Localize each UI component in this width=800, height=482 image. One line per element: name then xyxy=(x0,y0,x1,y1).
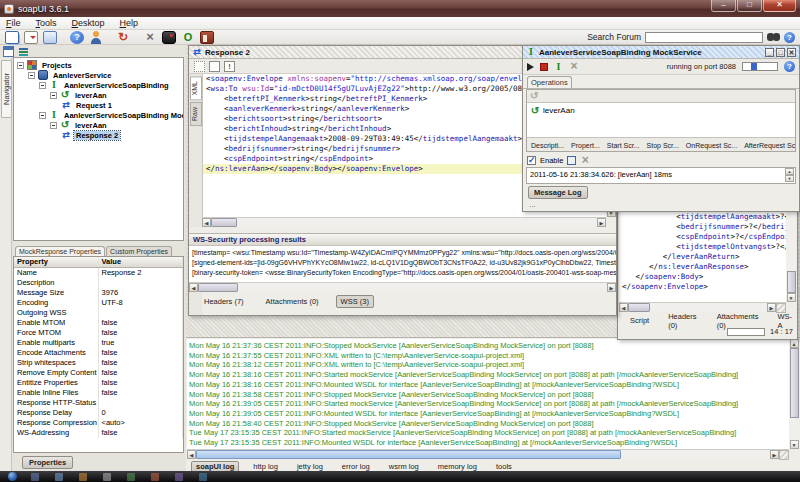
property-row[interactable]: Response Delay0 xyxy=(14,408,183,418)
property-row[interactable]: NameResponse 2 xyxy=(14,268,183,278)
taskbar-icon[interactable] xyxy=(199,473,207,481)
recreate-response-icon[interactable] xyxy=(194,61,205,72)
menu-desktop[interactable]: Desktop xyxy=(72,18,105,28)
options-icon[interactable]: × xyxy=(569,62,579,72)
save-all-icon[interactable] xyxy=(43,31,57,44)
tree-item-aanleverservicesoapbinding[interactable]: AanleverServiceSoapBinding xyxy=(14,80,183,90)
maximize-button[interactable]: □ xyxy=(737,0,762,12)
scroll-down-icon[interactable]: ▼ xyxy=(787,293,796,302)
log-options-icon[interactable]: × xyxy=(580,156,590,166)
property-row[interactable]: Outgoing WSS xyxy=(14,308,183,318)
scrollbar-thumb[interactable] xyxy=(790,348,799,418)
tree-item-request-1[interactable]: Request 1 xyxy=(14,100,183,110)
property-row[interactable]: Response Compression<auto> xyxy=(14,418,183,428)
show-wsdl-icon[interactable]: I xyxy=(554,62,563,72)
enable-checkbox[interactable] xyxy=(527,156,536,165)
workspace-icon[interactable] xyxy=(3,46,14,57)
mockservice-window-titlebar[interactable]: AanleverServiceSoapBinding MockService _… xyxy=(523,46,799,59)
spin-up-icon[interactable]: ▲ xyxy=(785,168,794,175)
frame-maximize-icon[interactable]: □ xyxy=(776,48,785,57)
message-log-entry[interactable]: 2011-05-16 21:38:34.626: [leverAan] 18ms xyxy=(530,170,792,179)
editor-tab-raw[interactable]: Raw xyxy=(190,102,202,126)
run-mockservice-icon[interactable] xyxy=(527,63,534,71)
dock-icon[interactable] xyxy=(567,156,576,165)
scrollbar-thumb[interactable] xyxy=(787,271,796,293)
forum-icon[interactable] xyxy=(70,31,84,44)
import-project-icon[interactable] xyxy=(24,31,38,44)
scroll-right-icon[interactable]: ▶ xyxy=(607,283,616,292)
scroll-left-icon[interactable]: ◀ xyxy=(202,218,211,227)
start-orb-icon[interactable] xyxy=(8,472,17,481)
close-button[interactable]: ✕ xyxy=(763,0,796,12)
horizontal-scrollbar[interactable]: ◀ ▶ xyxy=(189,282,616,292)
property-row[interactable]: Enable Inline Filesfalse xyxy=(14,388,183,398)
property-row[interactable]: WS-Addressingfalse xyxy=(14,428,183,438)
collapse-toggle-icon[interactable] xyxy=(28,72,35,79)
scrollbar-thumb[interactable] xyxy=(628,303,650,312)
property-row[interactable]: Enable MTOMfalse xyxy=(14,318,183,328)
scrollbar-thumb[interactable] xyxy=(211,218,237,227)
search-forum-input[interactable] xyxy=(645,32,763,43)
tab-attachments-0[interactable]: Attachments (0) xyxy=(261,295,324,308)
menu-tools[interactable]: Tools xyxy=(36,18,57,28)
tab-operations[interactable]: Operations xyxy=(527,76,572,88)
property-row[interactable]: Strip whitespacesfalse xyxy=(14,358,183,368)
scroll-left-icon[interactable]: ◀ xyxy=(619,303,628,312)
search-icon[interactable] xyxy=(767,32,780,42)
help-icon[interactable]: ? xyxy=(784,32,795,43)
scroll-down-icon[interactable]: ▼ xyxy=(790,440,799,449)
operation-item[interactable]: leverAan xyxy=(530,105,792,116)
tree-item-projects[interactable]: Projects xyxy=(14,60,183,70)
frame-minimize-icon[interactable]: _ xyxy=(765,48,774,57)
preferences-icon[interactable] xyxy=(143,31,157,44)
property-row[interactable]: Response HTTP-Status xyxy=(14,398,183,408)
scroll-left-icon[interactable]: ◀ xyxy=(189,283,198,292)
tab-mockresponse-properties[interactable]: MockResponse Properties xyxy=(15,246,105,256)
tab-propert[interactable]: Propert... xyxy=(571,142,600,149)
taskbar-icon[interactable] xyxy=(127,473,135,481)
exit-icon[interactable] xyxy=(200,31,214,44)
collapse-toggle-icon[interactable] xyxy=(39,82,46,89)
tab-afterrequest-sc[interactable]: AfterRequest Sc... xyxy=(744,142,795,149)
tab-onrequest-sc[interactable]: OnRequest Sc... xyxy=(686,142,737,149)
property-row[interactable]: Force MTOMfalse xyxy=(14,328,183,338)
editor-tab-xml[interactable]: XML xyxy=(190,76,202,100)
o-logo-icon[interactable] xyxy=(181,31,195,44)
horizontal-scrollbar[interactable]: ◀ ▶ xyxy=(187,449,789,459)
scroll-left-icon[interactable]: ◀ xyxy=(187,450,196,459)
scroll-up-icon[interactable]: ▲ xyxy=(790,339,799,348)
property-row[interactable]: EncodingUTF-8 xyxy=(14,298,183,308)
property-row[interactable]: Description xyxy=(14,278,183,288)
user-icon[interactable] xyxy=(89,31,103,44)
collapse-toggle-icon[interactable] xyxy=(50,122,57,129)
tab-descripti[interactable]: Descripti... xyxy=(531,142,564,149)
vertical-scrollbar[interactable]: ▲ ▼ xyxy=(789,339,799,449)
collapse-toggle-icon[interactable] xyxy=(50,92,57,99)
menu-file[interactable]: File xyxy=(6,18,21,28)
menu-help[interactable]: Help xyxy=(120,18,139,28)
navigator-tab[interactable]: Navigator xyxy=(1,60,12,118)
new-project-icon[interactable] xyxy=(5,31,19,44)
message-log-tab[interactable]: Message Log xyxy=(528,186,588,199)
taskbar-icon[interactable] xyxy=(175,473,183,481)
scrollbar-thumb[interactable] xyxy=(198,283,238,292)
tree-item-response-2[interactable]: Response 2 xyxy=(14,130,183,140)
tab-headers-7[interactable]: Headers (7) xyxy=(199,295,249,308)
spin-down-icon[interactable]: ▼ xyxy=(785,175,794,182)
horizontal-scrollbar[interactable]: ◀ ▶ xyxy=(202,217,606,227)
collapse-toggle-icon[interactable] xyxy=(17,62,24,69)
tab-wss-3[interactable]: WSS (3) xyxy=(336,295,374,308)
jar-icon[interactable] xyxy=(162,31,176,44)
taskbar-icon[interactable] xyxy=(151,473,159,481)
collapse-toggle-icon[interactable] xyxy=(39,112,46,119)
property-row[interactable]: Message Size3976 xyxy=(14,288,183,298)
scrollbar-thumb[interactable] xyxy=(196,450,621,459)
stop-mockservice-icon[interactable] xyxy=(540,63,548,71)
tree-legend-icon[interactable] xyxy=(18,46,29,57)
frame-close-icon[interactable]: ✕ xyxy=(787,48,796,57)
pretty-print-icon[interactable] xyxy=(209,61,220,72)
tab-custom-properties[interactable]: Custom Properties xyxy=(106,246,172,256)
property-row[interactable]: Remove Empty Contentfalse xyxy=(14,368,183,378)
property-row[interactable]: Enable multipartstrue xyxy=(14,338,183,348)
wss-results-content[interactable]: [timestamp= <wsu:Timestamp wsu:Id="Times… xyxy=(189,246,616,282)
